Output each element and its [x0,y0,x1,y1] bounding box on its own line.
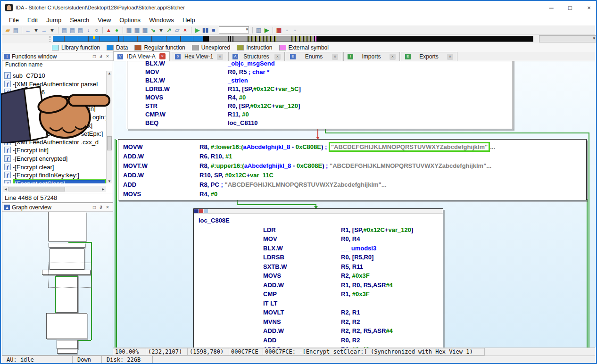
asm-line[interactable]: MOVSR2, #0x3F [263,272,443,281]
asm-line[interactable]: ADDR0, R2 [263,337,443,346]
overview-viewport[interactable] [48,263,91,288]
functions-float-button[interactable]: □ [91,54,98,59]
menu-options[interactable]: Options [115,15,145,25]
basic-block-C[interactable]: loc_C808ELDRR1, [SP,#0x12C+var_120]MOVR0… [193,208,443,347]
overview-dock-button[interactable]: ∂ [98,205,104,210]
asm-line[interactable]: BLX.W___umodsi3 [263,245,443,254]
breakpoint-list-icon[interactable]: ▦ [275,26,283,34]
jump-xref-icon[interactable]: ↘ [149,26,157,34]
asm-line[interactable]: BEQloc_C8110 [145,119,513,128]
back-icon[interactable]: ← [24,26,32,34]
function-row[interactable]: f-[XMLFeedAuthenticator parseI [3,80,106,88]
function-row[interactable]: f-[Encrypt setClear:] [3,179,106,183]
asm-line[interactable]: BLX.W_strlen [145,77,513,85]
basic-block-A[interactable]: BLX.W_objc_msgSendMOVR0, R5 ; char *BLX.… [127,61,513,129]
asm-line[interactable]: ADDR8, PC ; "ABCDEFGHIJKLMNOPQRSTUVWXYZa… [123,181,586,190]
jump-address-icon[interactable]: ▤ [60,26,68,34]
chart-calls-icon[interactable]: ▦ [141,26,149,34]
debug-start-icon[interactable]: ▶ [193,26,201,34]
asm-line[interactable]: MOVSR4, #0 [145,94,513,102]
block-group-icon-1[interactable] [199,209,203,213]
debug-pause-icon[interactable]: ▮▮ [201,26,209,34]
functions-close-button[interactable]: × [104,54,111,59]
asm-line[interactable]: SXTB.WR5, R11 [263,263,443,273]
run-indicator-icon[interactable]: ● [113,26,121,34]
asm-line[interactable]: IT LT [263,300,443,309]
function-row[interactable]: f-[XMLFeedAuthenticator epx] [3,121,106,130]
title-bar[interactable]: IDA - Stitcher C:\Users\student\Desktop\… [2,1,595,14]
tab-ida-view-a[interactable]: VIDA View-A× [113,51,170,61]
forward-menu-icon[interactable]: ▾ [48,26,56,34]
asm-line[interactable]: LDRB.WR11, [SP,#0x12C+var_5C] [145,85,513,94]
asm-line[interactable]: MOVT.WR8, #:upper16:(aAbcdefghijkl_8 - 0… [123,162,586,172]
tab-enums[interactable]: EEnums× [286,52,342,61]
function-row[interactable]: f-[Encrypt findInKey:key:] [3,171,106,179]
functions-vertical-scrollbar[interactable]: ▲ ▼ [106,71,112,183]
scroll-right-icon[interactable]: ► [101,187,105,191]
close-button[interactable]: × [586,4,592,11]
debugger-combo[interactable] [219,26,249,33]
chart-flow-icon[interactable]: ▦ [125,26,133,34]
jump-function-icon[interactable]: ▤ [76,26,84,34]
asm-line[interactable]: CMPR1, #0x3F [263,290,443,300]
asm-line[interactable]: BLX.W_objc_msgSend [145,61,513,68]
xref-menu-icon[interactable]: ▾ [157,26,165,34]
overview-float-button[interactable]: □ [91,205,98,210]
asm-line[interactable]: MOVR0, R4 [263,235,443,245]
menu-edit[interactable]: Edit [23,15,42,25]
step-icon[interactable]: ▶ [263,26,271,34]
menu-search[interactable]: Search [66,15,93,25]
back-menu-icon[interactable]: ▾ [32,26,40,34]
graph-overview-header[interactable]: ▲ Graph overview □ ∂ × [2,203,113,212]
graph-overview-canvas[interactable] [2,212,113,355]
menu-help[interactable]: Help [178,15,199,25]
function-row[interactable]: f-[Encrypt encrypted] [3,154,106,163]
asm-line[interactable]: loc_C808E [263,217,443,226]
block-group-icon-2[interactable] [204,209,208,213]
jump-op-icon[interactable]: ↗ [165,26,173,34]
tab-close-icon[interactable]: × [390,54,396,60]
tab-close-icon[interactable]: × [217,54,223,60]
band-drag-handle[interactable] [50,36,52,42]
function-row[interactable]: f-[Encrypt clear] [3,163,106,171]
function-row[interactable]: f-[XMLFeedAuthenticator setEpx:] [3,129,106,138]
function-row[interactable]: fsub_C7E26 [3,88,106,96]
colors-icon[interactable]: ▲ [105,26,113,34]
forward-icon[interactable]: → [40,26,48,34]
search-icon[interactable]: ○ [92,26,100,34]
asm-line[interactable]: MOVLTR2, R1 [263,309,443,318]
basic-block-B[interactable]: MOVWR8, #:lower16:(aAbcdefghijkl_8 - 0xC… [118,139,587,200]
functions-horizontal-scrollbar[interactable]: ◄ ► [3,186,106,192]
asm-line[interactable]: MVNSR2, R2 [263,318,443,328]
menu-windows[interactable]: Windows [145,15,178,25]
maximize-button[interactable]: □ [567,4,573,11]
block-group-icon-0[interactable] [194,209,199,213]
asm-line[interactable]: ADD.WR10, SP, #0x12C+var_11C [123,172,586,181]
asm-line[interactable]: MOVR0, R5 ; char * [145,68,513,77]
scrollbar-thumb[interactable] [107,136,112,150]
breakpoint-add-icon[interactable]: ▫ [283,26,291,34]
tab-hex-view-1[interactable]: 0Hex View-1× [171,52,227,61]
function-row[interactable]: fsub_C7D10 [3,71,106,80]
scroll-left-icon[interactable]: ◄ [4,187,8,191]
asm-line[interactable]: MOVWR8, #:lower16:(aAbcdefghijkl_8 - 0xC… [123,143,586,153]
asm-line[interactable]: ADD.WR2, R2, R5,ASR#4 [263,327,443,337]
attach-icon[interactable]: ▥ [255,26,263,34]
navigation-band[interactable] [53,36,533,42]
minimize-button[interactable]: ─ [548,4,555,11]
asm-line[interactable]: CMP.WR11, #0 [145,111,513,119]
open-file-icon[interactable]: ▰ [4,26,12,34]
asm-line[interactable]: ADD.WR1, R0, R5,ASR#4 [263,281,443,291]
function-name-column-header[interactable]: Function name [2,61,113,69]
asm-line[interactable]: LDRR1, [SP,#0x12C+var_120] [263,226,443,236]
function-row[interactable]: f-[XMLFeedAuthenticator login] [3,104,106,113]
tab-exports[interactable]: EExports× [401,52,457,61]
tab-close-icon[interactable]: × [274,54,281,60]
save-icon[interactable]: ▤ [12,26,20,34]
asm-line[interactable]: MOVSR4, #0 [123,190,586,200]
jump-next-icon[interactable]: ↓ [84,26,92,34]
function-row[interactable]: fsub_C7 [3,96,106,105]
debug-stop-icon[interactable]: ■ [209,26,217,34]
band-scale-dropdown[interactable] [539,35,597,42]
scroll-up-icon[interactable]: ▲ [107,71,112,75]
